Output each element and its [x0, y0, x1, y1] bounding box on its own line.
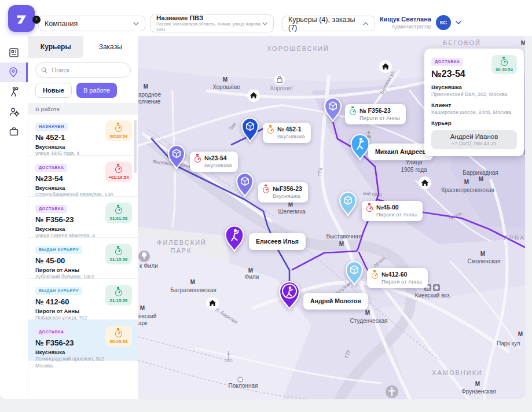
user-name: Кищук Светлана [380, 16, 431, 23]
svg-text:ХАМОВНИКИ: ХАМОВНИКИ [432, 369, 483, 376]
info-order-timer: 00:10:54 [491, 55, 517, 74]
map-label-courier-eliseev[interactable]: Елисеев Илья [249, 233, 306, 250]
order-card-selected[interactable]: ДОСТАВКА № F356-23 Вкусняшка Ленинградск… [28, 320, 138, 361]
stopwatch-icon [501, 59, 508, 66]
svg-text:БЕГОВОЙ: БЕГОВОЙ [443, 39, 481, 46]
orders-panel: Курьеры Заказы Новые В работе В работе Н… [28, 36, 138, 399]
search-box[interactable] [35, 62, 131, 78]
order-card[interactable]: НАЗНАЧЕН № 452-1 Вкусняшка улица 1905 го… [28, 115, 138, 156]
tab-couriers[interactable]: Курьеры [28, 36, 83, 58]
map-label-order-45-00[interactable]: №45-00 Пироги от Анны [362, 201, 423, 221]
map-pin-order-f356-23-vkus[interactable] [234, 171, 255, 200]
poklonnaya-dot-icon [238, 377, 243, 382]
map-label-courier-molotov[interactable]: Андрей Молотов [303, 293, 368, 310]
map-pin-courier-eliseev[interactable] [223, 223, 246, 255]
info-courier-label: Курьер [431, 120, 517, 126]
svg-text:Краснопресненская: Краснопресненская [441, 187, 494, 193]
order-filters: Новые В работе [35, 83, 131, 98]
order-vendor: Вкусняшка [35, 226, 131, 232]
status-badge: НАЗНАЧЕН [35, 123, 68, 131]
map-pin-order-f356-23-anny[interactable] [322, 95, 343, 124]
svg-text:М: М [480, 251, 485, 257]
couriers-orders-summary-select[interactable]: Курьеры (4), заказы (7) [282, 16, 375, 31]
map-canvas[interactable]: ХОРОШЁВСКИЙБЕГОВОЙФИЛЁВСКИЙПАРКАРБАТХАМО… [138, 36, 525, 399]
rail-item-couriers[interactable] [0, 82, 28, 102]
order-timer: 00:29:54 [105, 326, 132, 347]
tab-orders[interactable]: Заказы [83, 36, 138, 58]
church-poi-icon [386, 385, 398, 398]
briefcase-icon [8, 126, 20, 137]
order-vendor: Вкусняшка [35, 185, 131, 191]
svg-text:М: М [190, 279, 195, 285]
map-label-order-f356-23-anny[interactable]: № F356-23 Пироги от Анны [345, 104, 406, 124]
user-menu[interactable]: Кищук Светлана Администратор КС [380, 15, 461, 30]
map-pin-order-45-00[interactable] [337, 190, 358, 219]
sidebar-collapse-button[interactable]: ‹ [32, 16, 41, 24]
svg-text:М: М [518, 331, 523, 337]
stopwatch-icon [115, 207, 122, 214]
routing-logo-icon [13, 10, 30, 27]
map-pin-order-412-60[interactable] [344, 259, 365, 288]
order-card[interactable]: ВЫДАН КУРЬЕРУ № 412-60 Пироги от Анны По… [28, 279, 138, 320]
panel-scrollbar[interactable] [134, 120, 137, 173]
svg-text:М: М [521, 40, 525, 46]
location-pin-icon [8, 67, 19, 78]
pickup-point-select[interactable]: Название ПВЗ Россия, Московская область,… [150, 14, 274, 32]
company-select[interactable]: Компания [38, 16, 145, 31]
order-city: Москва [35, 363, 131, 369]
info-vendor-address: Пресненский Вал, 3с2, Москва [431, 91, 517, 97]
rail-item-staff[interactable] [0, 102, 28, 122]
svg-text:ародное: ародное [138, 91, 161, 98]
map-label-order-f356-23-vkus[interactable]: №F356-23 Вкусняшка [258, 182, 308, 203]
svg-text:М: М [464, 179, 469, 185]
courier-contact-button[interactable]: Андрей Иванов +7 (321) 765 43 21 [431, 130, 517, 149]
map-label-order-412-60[interactable]: №412-60 Пироги от Анны [367, 268, 428, 288]
map-pin-order-23-54[interactable] [166, 143, 187, 172]
app-logo[interactable] [8, 5, 35, 32]
stopwatch-icon [263, 187, 269, 193]
map-pin-courier-molotov[interactable] [277, 279, 302, 312]
svg-text:ёвский: ёвский [138, 313, 156, 319]
svg-text:Хорошо!: Хорошо! [270, 85, 293, 91]
status-badge: ДОСТАВКА [35, 328, 67, 336]
chevron-down-icon [456, 21, 461, 24]
stopwatch-icon [366, 205, 373, 212]
order-card[interactable]: ДОСТАВКА №23-54 Вкусняшка Стрельбищенски… [28, 156, 138, 197]
chevron-down-icon [133, 22, 139, 25]
home-poi-icon [379, 60, 392, 73]
svg-text:М: М [248, 267, 253, 274]
search-input[interactable] [50, 66, 125, 74]
courier-phone: +7 (321) 765 43 21 [434, 141, 515, 146]
status-badge: ДОСТАВКА [35, 205, 67, 213]
svg-text:Парк кул: Парк кул [497, 340, 520, 347]
rail-item-registry[interactable] [0, 43, 28, 62]
stopwatch-icon [372, 273, 378, 279]
order-card[interactable]: ВЫДАН КУРЬЕРУ № 45-00 Пироги от Анны Зуб… [28, 238, 138, 279]
svg-text:М: М [223, 76, 228, 83]
map-label-order-452-1[interactable]: № 452-1 Вкусняшка [263, 123, 311, 143]
svg-text:М: М [365, 310, 370, 316]
svg-text:Хорошёво: Хорошёво [212, 84, 240, 90]
chevron-up-icon [363, 22, 369, 25]
map-label-courier-mikhail[interactable]: Михаил Андреев [368, 144, 433, 160]
map-pin-order-452-1[interactable] [240, 116, 261, 145]
section-header: В работе [28, 103, 138, 115]
svg-text:ПАРК: ПАРК [171, 247, 192, 254]
order-card[interactable]: ДОСТАВКА № F356-23 Вкусняшка улица Серге… [28, 197, 138, 238]
filter-new-button[interactable]: Новые [35, 83, 72, 98]
filter-in-progress-button[interactable]: В работе [76, 83, 117, 98]
rail-item-map[interactable] [0, 62, 28, 82]
rail-item-companies[interactable] [0, 122, 28, 141]
svg-text:олчение: олчение [138, 98, 161, 105]
svg-text:ХОРОШЁВСКИЙ: ХОРОШЁВСКИЙ [267, 45, 329, 52]
svg-text:Поклонная: Поклонная [229, 382, 258, 389]
svg-text:ФИЛЁВСКИЙ: ФИЛЁВСКИЙ [157, 239, 207, 246]
info-vendor-name: Вкусняшка [431, 84, 517, 90]
svg-text:Студенческая: Студенческая [350, 318, 388, 324]
svg-text:Смоленская: Смоленская [468, 258, 501, 264]
svg-text:Баррикадная: Баррикадная [463, 170, 498, 176]
order-info-card: ДОСТАВКА №23-54 00:10:54 Вкусняшка Пресн… [424, 49, 524, 156]
map-label-order-23-54[interactable]: №23-54 Вкусняшка [190, 152, 238, 172]
courier-name: Андрей Иванов [434, 133, 515, 140]
summary-select-value: Курьеры (4), заказы (7) [288, 16, 363, 32]
